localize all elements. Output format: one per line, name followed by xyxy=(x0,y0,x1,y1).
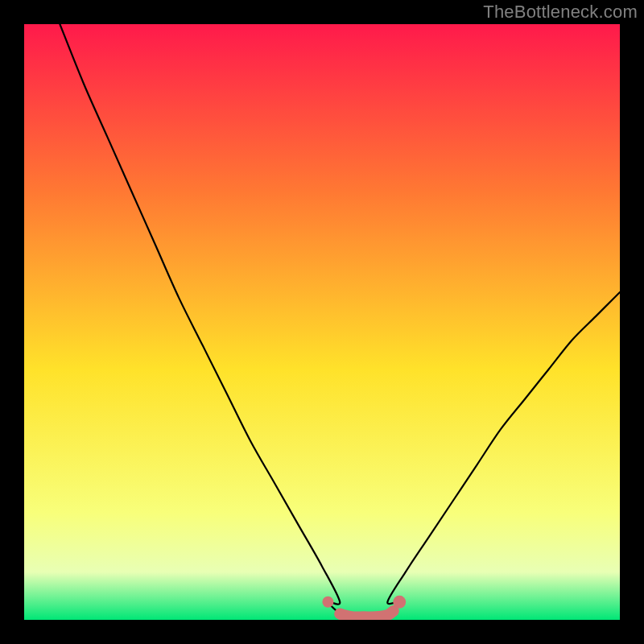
valley-highlight-stroke xyxy=(340,611,394,617)
valley-end-dot xyxy=(393,596,406,609)
outer-frame: TheBottleneck.com xyxy=(0,0,644,644)
valley-end-dot xyxy=(322,597,333,608)
watermark-text: TheBottleneck.com xyxy=(483,2,638,23)
plot-area xyxy=(24,24,620,620)
gradient-background xyxy=(24,24,620,620)
chart-svg xyxy=(24,24,620,620)
